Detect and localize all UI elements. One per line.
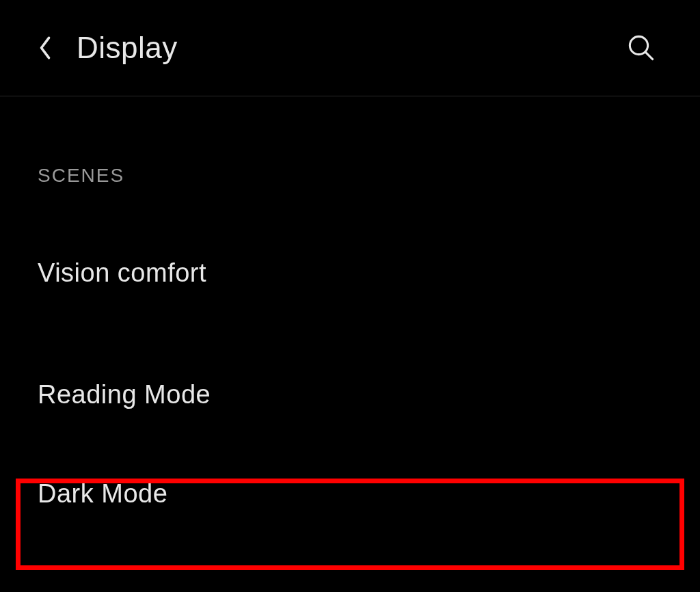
header-left: Display (38, 31, 178, 65)
page-title: Display (77, 31, 178, 65)
content: SCENES Vision comfort Reading Mode Dark … (0, 96, 700, 522)
section-label-scenes: SCENES (38, 165, 662, 187)
dark-mode-wrapper: Dark Mode (38, 466, 662, 522)
svg-line-1 (645, 52, 653, 59)
header: Display (0, 0, 700, 96)
back-icon[interactable] (38, 35, 53, 61)
list-item-dark-mode[interactable]: Dark Mode (38, 466, 662, 522)
list-item-vision-comfort[interactable]: Vision comfort (38, 245, 662, 301)
search-icon[interactable] (627, 33, 656, 62)
list-item-reading-mode[interactable]: Reading Mode (38, 366, 662, 423)
